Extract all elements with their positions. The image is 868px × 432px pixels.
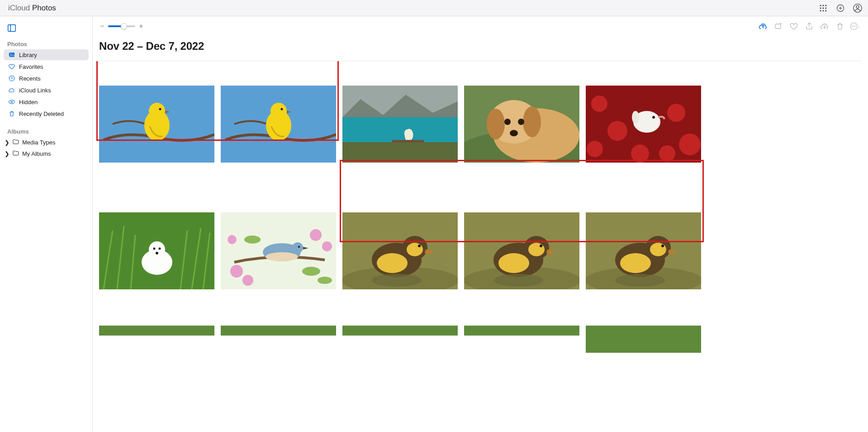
- photo-thumbnail[interactable]: [221, 212, 336, 289]
- content-toolbar: − + ⌄: [93, 16, 868, 36]
- add-to-album-button[interactable]: [772, 20, 785, 33]
- zoom-slider[interactable]: [108, 25, 135, 27]
- svg-rect-88: [342, 326, 458, 336]
- sidebar-item-label: Library: [19, 52, 37, 58]
- chevron-right-icon: ❯: [5, 139, 9, 146]
- folder-icon: [12, 149, 19, 158]
- sidebar-item-hidden[interactable]: Hidden: [4, 96, 89, 107]
- sidebar-item-library[interactable]: Library: [4, 49, 89, 60]
- sidebar-toggle-button[interactable]: [5, 22, 18, 34]
- photo-thumbnail[interactable]: [586, 212, 701, 289]
- svg-rect-89: [464, 326, 579, 336]
- sidebar-group-my-albums[interactable]: ❯ My Albums: [3, 148, 90, 159]
- photo-thumbnail[interactable]: [586, 86, 701, 163]
- sidebar-item-recents[interactable]: Recents: [4, 73, 89, 84]
- clock-icon: [8, 75, 15, 82]
- photo-thumbnail[interactable]: [221, 86, 336, 163]
- photo-thumbnail[interactable]: [586, 326, 701, 353]
- upload-button[interactable]: [757, 20, 769, 33]
- trash-icon: [8, 110, 15, 117]
- sidebar-group-media-types[interactable]: ❯ Media Types: [3, 137, 90, 148]
- sidebar-item-label: Hidden: [19, 99, 38, 106]
- delete-button[interactable]: [834, 20, 846, 33]
- photos-icon: [8, 51, 15, 58]
- date-range-heading: Nov 22 – Dec 7, 2022: [93, 36, 868, 61]
- sidebar-section-albums: Albums: [3, 126, 90, 137]
- photo-thumbnail[interactable]: [99, 86, 214, 163]
- photo-thumbnail[interactable]: [464, 326, 579, 336]
- cloud-icon: [8, 86, 15, 94]
- heart-icon: [8, 63, 15, 70]
- photo-thumbnail[interactable]: [99, 212, 214, 289]
- content: − + ⌄ Nov 22 – Dec 7, 2022: [93, 16, 868, 432]
- photo-thumbnail[interactable]: [342, 212, 458, 289]
- photo-thumbnail[interactable]: [464, 86, 579, 163]
- photo-row: [93, 61, 868, 163]
- create-icon[interactable]: [835, 3, 845, 13]
- svg-rect-86: [99, 326, 214, 336]
- sidebar-item-favorites[interactable]: Favorites: [4, 61, 89, 72]
- topbar: iCloud Photos: [0, 0, 868, 16]
- more-button[interactable]: ⌄: [849, 20, 862, 33]
- download-button[interactable]: [818, 20, 831, 33]
- apps-grid-icon[interactable]: [818, 3, 828, 13]
- app-title: iCloud Photos: [8, 4, 56, 13]
- photo-grid[interactable]: [93, 61, 868, 432]
- zoom-control[interactable]: − +: [99, 22, 144, 30]
- favorite-button[interactable]: [787, 20, 800, 33]
- photo-row: [93, 289, 868, 353]
- folder-icon: [12, 138, 19, 147]
- svg-rect-90: [586, 326, 701, 353]
- account-icon[interactable]: [853, 3, 863, 13]
- zoom-out-button[interactable]: −: [99, 22, 105, 30]
- sidebar-item-recently-deleted[interactable]: Recently Deleted: [4, 108, 89, 119]
- sidebar-section-photos: Photos: [3, 39, 90, 49]
- sidebar-group-label: Media Types: [22, 139, 55, 146]
- svg-rect-87: [221, 326, 336, 336]
- eye-icon: [8, 98, 15, 106]
- photo-thumbnail[interactable]: [99, 326, 214, 336]
- sidebar-item-label: Recently Deleted: [19, 110, 64, 117]
- photo-thumbnail[interactable]: [464, 212, 579, 289]
- sidebar: Photos Library Favorites Recents iCloud …: [0, 16, 93, 432]
- sidebar-item-label: Favorites: [19, 63, 43, 70]
- sidebar-group-label: My Albums: [22, 150, 51, 157]
- share-button[interactable]: [803, 20, 816, 33]
- zoom-in-button[interactable]: +: [138, 22, 144, 30]
- chevron-right-icon: ❯: [5, 150, 9, 157]
- sidebar-item-icloud-links[interactable]: iCloud Links: [4, 85, 89, 96]
- photo-row: [93, 163, 868, 289]
- sidebar-item-label: iCloud Links: [19, 87, 51, 94]
- photo-thumbnail[interactable]: [342, 326, 458, 336]
- photo-thumbnail[interactable]: [342, 86, 458, 163]
- sidebar-item-label: Recents: [19, 75, 41, 82]
- photo-thumbnail[interactable]: [221, 326, 336, 336]
